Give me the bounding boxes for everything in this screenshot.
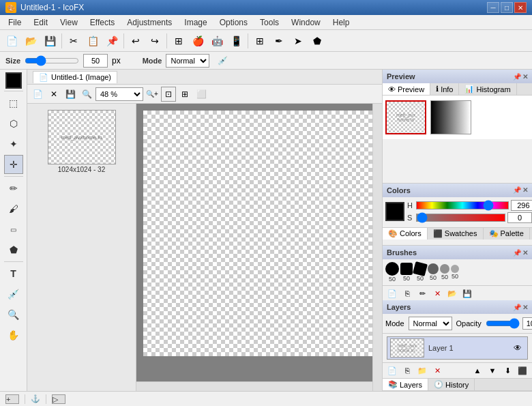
main-color-swatch[interactable] bbox=[385, 202, 404, 221]
brushes-close[interactable]: ✕ bbox=[522, 249, 528, 257]
zoom-tool[interactable]: 🔍 bbox=[4, 305, 23, 324]
brush-tool[interactable]: 🖌 bbox=[4, 199, 23, 218]
eyedropper-tool[interactable]: 💉 bbox=[4, 285, 23, 304]
pen-button[interactable]: ✒ bbox=[270, 32, 288, 50]
layers-close[interactable]: ✕ bbox=[522, 304, 528, 311]
lasso-tool[interactable]: ⬡ bbox=[4, 114, 23, 133]
layer-visibility-toggle[interactable]: 👁 bbox=[511, 341, 524, 355]
marquee-tool[interactable]: ⬚ bbox=[4, 93, 23, 113]
menu-options[interactable]: Options bbox=[214, 16, 253, 29]
flatten-btn[interactable]: ⬛ bbox=[516, 364, 529, 377]
brush-item-5[interactable]: 50 bbox=[451, 265, 459, 280]
tab-layers[interactable]: 📚 Layers bbox=[383, 379, 428, 390]
hand-tool[interactable]: ✋ bbox=[4, 325, 23, 345]
phone-icon[interactable]: 📱 bbox=[227, 32, 245, 50]
tab-histogram[interactable]: 📊 Histogram bbox=[459, 83, 516, 95]
size-input[interactable] bbox=[83, 54, 108, 68]
copy-button[interactable]: 📋 bbox=[84, 32, 102, 50]
menu-image[interactable]: Image bbox=[179, 16, 212, 29]
save-brush-button[interactable]: 💾 bbox=[460, 287, 474, 300]
undo-button[interactable]: ↩ bbox=[127, 32, 145, 50]
delete-layer-btn[interactable]: ✕ bbox=[430, 364, 444, 377]
brush-item-1[interactable]: 50 bbox=[400, 263, 413, 282]
brush-item-2[interactable]: 50 bbox=[414, 263, 426, 282]
close-button[interactable]: ✕ bbox=[514, 2, 527, 13]
brush-item-0[interactable]: 50 bbox=[385, 262, 399, 282]
zoom-out-button[interactable]: 🔍 bbox=[79, 87, 94, 102]
new-layer-button[interactable]: 📄 bbox=[30, 87, 45, 102]
text-tool[interactable]: T bbox=[4, 264, 23, 283]
save-doc-button[interactable]: 💾 bbox=[63, 87, 78, 102]
horizontal-scrollbar[interactable] bbox=[136, 381, 372, 391]
layers-pin[interactable]: 📌 bbox=[513, 304, 521, 311]
save-button[interactable]: 💾 bbox=[41, 32, 59, 50]
canvas-view-button[interactable]: ⬜ bbox=[194, 87, 209, 102]
hue-value[interactable] bbox=[511, 200, 532, 211]
rename-brush-button[interactable]: ✏ bbox=[415, 287, 429, 300]
preview-close[interactable]: ✕ bbox=[522, 73, 528, 81]
eraser-tool[interactable]: ▭ bbox=[4, 220, 23, 239]
new-brush-button[interactable]: 📄 bbox=[385, 287, 399, 300]
merge-btn[interactable]: ⬇ bbox=[501, 364, 514, 377]
menu-file[interactable]: File bbox=[3, 16, 27, 29]
menu-help[interactable]: Help bbox=[327, 16, 355, 29]
tab-swatches[interactable]: ⬛ Swatches bbox=[428, 228, 484, 240]
move-tool[interactable]: ✛ bbox=[4, 155, 23, 174]
brush-item-4[interactable]: 50 bbox=[440, 264, 449, 280]
fill-tool[interactable]: ⬟ bbox=[4, 240, 23, 259]
sat-value[interactable] bbox=[507, 212, 532, 223]
layer-item-0[interactable]: melt_avxhome.in Layer 1 👁 bbox=[387, 336, 528, 360]
canvas[interactable] bbox=[143, 111, 382, 356]
move-layer-down-btn[interactable]: ▼ bbox=[486, 364, 499, 377]
tab-colors[interactable]: 🎨 Colors bbox=[383, 228, 428, 240]
grid-view-button[interactable]: ⊞ bbox=[177, 87, 192, 102]
paste-button[interactable]: 📌 bbox=[103, 32, 121, 50]
zoom-select[interactable]: 25 % 48 % 100 % 200 % bbox=[95, 87, 143, 101]
open-button[interactable]: 📂 bbox=[22, 32, 40, 50]
tab-preview[interactable]: 👁 Preview bbox=[383, 83, 430, 95]
duplicate-layer-btn[interactable]: ⎘ bbox=[400, 364, 414, 377]
delete-brush-button[interactable]: ✕ bbox=[430, 287, 444, 300]
duplicate-brush-button[interactable]: ⎘ bbox=[400, 287, 414, 300]
status-expand[interactable]: + bbox=[5, 394, 19, 404]
tab-palette[interactable]: 🎭 Palette bbox=[484, 228, 530, 240]
move-layer-up-btn[interactable]: ▲ bbox=[471, 364, 484, 377]
menu-adjustments[interactable]: Adjustments bbox=[121, 16, 177, 29]
mode-select[interactable]: Normal Multiply Screen Overlay bbox=[166, 54, 209, 68]
hue-slider[interactable] bbox=[416, 201, 509, 209]
eyedropper-small[interactable]: 💉 bbox=[213, 52, 231, 70]
opacity-slider[interactable] bbox=[486, 319, 520, 328]
close-doc-button[interactable]: ✕ bbox=[46, 87, 61, 102]
brush-item-3[interactable]: 50 bbox=[428, 263, 439, 281]
colors-close[interactable]: ✕ bbox=[522, 186, 528, 194]
brushes-pin[interactable]: 📌 bbox=[513, 249, 521, 257]
tab-history[interactable]: 🕐 History bbox=[428, 379, 475, 390]
zoom-fit-button[interactable]: ⊡ bbox=[161, 87, 176, 102]
grid-button[interactable]: ⊞ bbox=[251, 32, 269, 50]
maximize-button[interactable]: □ bbox=[501, 2, 513, 13]
status-expand-right[interactable]: ▷ bbox=[52, 394, 65, 404]
layers-mode-select[interactable]: Normal Multiply Screen bbox=[409, 317, 452, 330]
tab-info[interactable]: ℹ Info bbox=[430, 83, 459, 95]
pointer-button[interactable]: ➤ bbox=[289, 32, 307, 50]
shape-button[interactable]: ⬟ bbox=[308, 32, 326, 50]
new-layer-btn[interactable]: 📄 bbox=[385, 364, 399, 377]
vertical-scrollbar[interactable] bbox=[372, 104, 382, 391]
cut-button[interactable]: ✂ bbox=[65, 32, 83, 50]
thumbnail-item[interactable]: melt_avxhome.in 1024x1024 - 32 bbox=[30, 106, 133, 177]
saturation-slider[interactable] bbox=[416, 214, 505, 222]
size-slider[interactable] bbox=[25, 56, 79, 66]
new-group-btn[interactable]: 📁 bbox=[415, 364, 429, 377]
menu-window[interactable]: Window bbox=[286, 16, 326, 29]
load-brush-button[interactable]: 📂 bbox=[445, 287, 459, 300]
android-icon[interactable]: 🤖 bbox=[208, 32, 226, 50]
magic-wand-tool[interactable]: ✦ bbox=[4, 134, 23, 154]
opacity-value[interactable] bbox=[522, 317, 532, 330]
minimize-button[interactable]: ─ bbox=[487, 2, 499, 13]
redo-button[interactable]: ↪ bbox=[146, 32, 164, 50]
pencil-tool[interactable]: ✏ bbox=[4, 179, 23, 198]
menu-tools[interactable]: Tools bbox=[254, 16, 284, 29]
windows-icon[interactable]: ⊞ bbox=[170, 32, 188, 50]
apple-icon[interactable]: 🍎 bbox=[189, 32, 207, 50]
menu-edit[interactable]: Edit bbox=[28, 16, 53, 29]
